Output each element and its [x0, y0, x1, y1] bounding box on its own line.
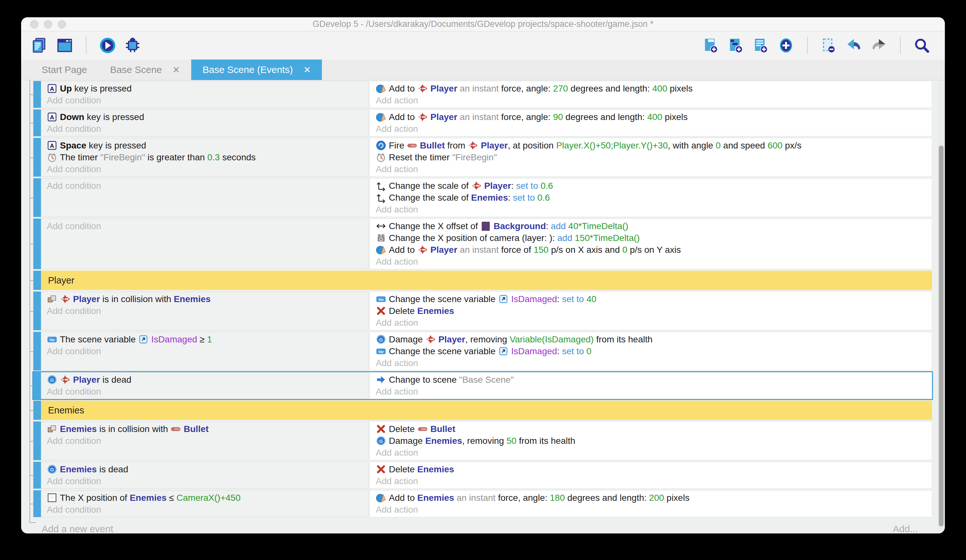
event-row[interactable]: ADown key is pressedAdd conditionAdd to …: [33, 110, 932, 136]
add-condition[interactable]: Add condition: [41, 163, 368, 175]
action-line[interactable]: GDamage Player, removing Variable(IsDama…: [370, 334, 932, 345]
add-action[interactable]: Add action: [370, 317, 932, 329]
action-line[interactable]: Change the X position of camera (layer: …: [370, 232, 932, 244]
action-line[interactable]: Delete Enemies: [370, 463, 932, 475]
add-action[interactable]: Add action: [370, 256, 932, 267]
action-line[interactable]: VarChange the scene variable IsDamaged: …: [370, 345, 932, 357]
condition-line[interactable]: AUp key is pressed: [41, 83, 368, 94]
condition-line[interactable]: Enemies is in collision with Bullet: [41, 423, 368, 435]
close-tab-icon[interactable]: ×: [304, 64, 310, 75]
add-condition[interactable]: Add condition: [41, 386, 368, 398]
event-handle-bar[interactable]: [33, 271, 41, 290]
undo-icon[interactable]: [845, 36, 863, 54]
action-line[interactable]: Delete Enemies: [370, 305, 932, 317]
add-condition[interactable]: Add condition: [41, 435, 368, 447]
condition-line[interactable]: VarThe scene variable IsDamaged ≥ 1: [41, 334, 368, 345]
add-action[interactable]: Add action: [370, 203, 932, 215]
event-row[interactable]: Add conditionChange the scale of Player:…: [33, 178, 932, 217]
event-handle-bar[interactable]: [33, 421, 41, 460]
action-line[interactable]: VarChange the scene variable IsDamaged: …: [370, 293, 932, 305]
event-row[interactable]: VarThe scene variable IsDamaged ≥ 1Add c…: [33, 332, 932, 370]
event-row[interactable]: Add conditionChange the X offset of Back…: [33, 219, 932, 269]
add-comment-icon[interactable]: [752, 36, 770, 54]
search-icon[interactable]: [913, 36, 931, 54]
action-line[interactable]: Delete Bullet: [370, 423, 932, 435]
redo-icon[interactable]: [870, 36, 888, 54]
add-condition[interactable]: Add condition: [41, 345, 368, 357]
action-line[interactable]: Add to Enemies an instant force, angle: …: [370, 492, 932, 504]
event-handle-bar[interactable]: [33, 462, 41, 489]
close-tab-icon[interactable]: ×: [173, 64, 180, 75]
add-condition[interactable]: Add condition: [41, 180, 368, 192]
event-handle-bar[interactable]: [33, 372, 41, 399]
add-circle-icon[interactable]: [777, 36, 795, 54]
group-label[interactable]: Enemies: [41, 401, 932, 420]
delete-event-icon[interactable]: [820, 36, 838, 54]
event-handle-bar[interactable]: [33, 110, 41, 136]
minimize-window-button[interactable]: [44, 20, 52, 28]
event-handle-bar[interactable]: [33, 291, 41, 330]
tab-base-scene[interactable]: Base Scene×: [99, 59, 191, 80]
condition-line[interactable]: ASpace key is pressed: [41, 139, 368, 151]
action-line[interactable]: Change the scale of Enemies: set to 0.6: [370, 192, 932, 203]
action-line[interactable]: Change the scale of Player: set to 0.6: [370, 180, 932, 192]
event-handle-bar[interactable]: [33, 401, 41, 420]
condition-line[interactable]: GPlayer is dead: [41, 374, 368, 386]
add-action[interactable]: Add action: [370, 475, 932, 487]
group-label[interactable]: Player: [41, 271, 932, 290]
action-line[interactable]: Add to Player an instant force of 150 p/…: [370, 244, 932, 256]
add-action[interactable]: Add action: [370, 163, 932, 175]
action-line[interactable]: Add to Player an instant force, angle: 9…: [370, 111, 932, 123]
add-condition[interactable]: Add condition: [41, 305, 368, 317]
event-row-selected[interactable]: GPlayer is deadAdd conditionChange to sc…: [33, 372, 932, 399]
add-condition[interactable]: Add condition: [41, 123, 368, 135]
add-action[interactable]: Add action: [370, 504, 932, 516]
add-subevent-icon[interactable]: [727, 36, 745, 54]
event-row[interactable]: ASpace key is pressedThe timer "FireBegi…: [33, 138, 932, 177]
event-handle-bar[interactable]: [33, 332, 41, 370]
add-action[interactable]: Add action: [370, 357, 932, 369]
add-event-icon[interactable]: [702, 36, 720, 54]
add-condition[interactable]: Add condition: [41, 220, 368, 232]
action-line[interactable]: Fire Bullet from Player, at position Pla…: [370, 139, 932, 151]
event-handle-bar[interactable]: [33, 138, 41, 177]
event-handle-bar[interactable]: [33, 178, 41, 217]
tab-start-page[interactable]: Start Page: [30, 59, 99, 80]
scene-editor-icon[interactable]: [56, 36, 74, 54]
add-action[interactable]: Add action: [370, 386, 932, 398]
action-text: 0.6: [537, 193, 550, 203]
project-manager-icon[interactable]: [31, 36, 49, 54]
add-action[interactable]: Add action: [370, 94, 932, 106]
event-handle-bar[interactable]: [33, 81, 41, 108]
tab-base-scene-events[interactable]: Base Scene (Events)×: [191, 59, 322, 80]
add-action[interactable]: Add action: [370, 447, 932, 458]
condition-line[interactable]: ADown key is pressed: [41, 111, 368, 123]
condition-line[interactable]: The X position of Enemies ≤ CameraX()+45…: [41, 492, 368, 504]
close-window-button[interactable]: [30, 20, 38, 28]
event-row[interactable]: Player is in collision with EnemiesAdd c…: [33, 291, 932, 330]
action-line[interactable]: Reset the timer "FireBegin": [370, 151, 932, 163]
add-condition[interactable]: Add condition: [41, 475, 368, 487]
add-action[interactable]: Add action: [370, 123, 932, 135]
action-line[interactable]: Change the X offset of Background: add 4…: [370, 220, 932, 232]
scrollbar-thumb[interactable]: [939, 146, 944, 526]
play-icon[interactable]: [99, 36, 117, 54]
condition-line[interactable]: Player is in collision with Enemies: [41, 293, 368, 305]
condition-line[interactable]: GEnemies is dead: [41, 463, 368, 475]
add-condition[interactable]: Add condition: [41, 94, 368, 106]
zoom-window-button[interactable]: [58, 20, 66, 28]
event-row[interactable]: GEnemies is deadAdd conditionDelete Enem…: [33, 462, 932, 489]
event-row[interactable]: The X position of Enemies ≤ CameraX()+45…: [33, 490, 932, 517]
action-line[interactable]: Add to Player an instant force, angle: 2…: [370, 83, 932, 94]
add-more-button[interactable]: Add...: [893, 524, 918, 534]
add-condition[interactable]: Add condition: [41, 504, 368, 516]
add-new-event-button[interactable]: Add a new event: [42, 524, 113, 534]
event-handle-bar[interactable]: [33, 219, 41, 269]
debug-icon[interactable]: [124, 36, 141, 54]
event-row[interactable]: AUp key is pressedAdd conditionAdd to Pl…: [33, 81, 932, 108]
condition-line[interactable]: The timer "FireBegin" is greater than 0.…: [41, 151, 368, 163]
event-row[interactable]: Enemies is in collision with BulletAdd c…: [33, 421, 932, 460]
action-line[interactable]: GDamage Enemies, removing 50 from its he…: [370, 435, 932, 447]
action-line[interactable]: Change to scene "Base Scene": [370, 374, 932, 386]
event-handle-bar[interactable]: [33, 490, 41, 517]
